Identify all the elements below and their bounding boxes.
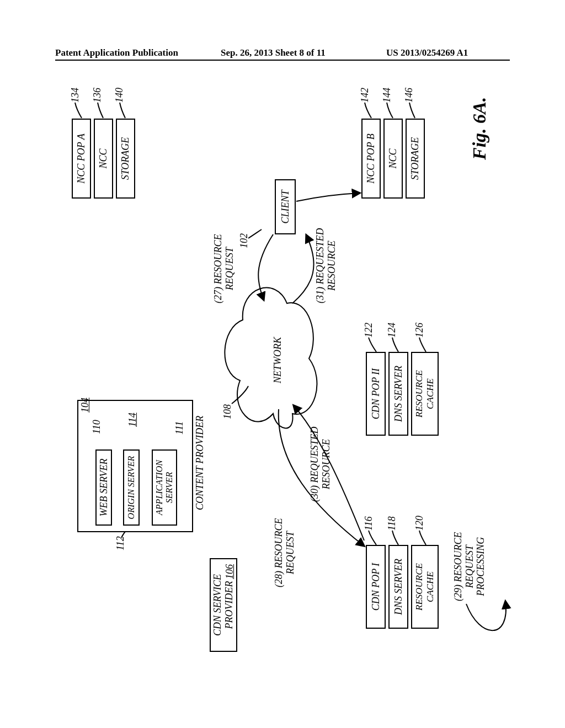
leader-108 — [232, 386, 248, 404]
app-server-box: APPLICATION SERVER — [152, 449, 177, 526]
app-server-label: APPLICATION SERVER — [154, 460, 174, 515]
ref-136: 136 — [92, 88, 103, 103]
header-center: Sep. 26, 2013 Sheet 8 of 11 — [221, 47, 326, 58]
cdn-pop-1-cache-box: RESOURCE CACHE — [411, 545, 439, 629]
cdn-pop-2-cache-box: RESOURCE CACHE — [411, 352, 439, 436]
cdn-pop-1-label: CDN POP I — [370, 563, 382, 611]
arrow-31 — [292, 235, 314, 303]
leader-122 — [369, 338, 376, 352]
leader-126 — [419, 338, 426, 352]
cdn-pop-2-label: CDN POP II — [370, 368, 382, 420]
origin-server-label: ORIGIN SERVER — [126, 456, 136, 520]
network-label: NETWORK — [272, 337, 284, 383]
leader-120 — [419, 531, 426, 545]
ref-116: 116 — [363, 516, 375, 531]
cdn-pop-1-box: CDN POP I — [366, 545, 386, 629]
ref-104: 104 — [79, 398, 91, 413]
leader-102 — [248, 229, 262, 238]
ncc-pop-a-label: NCC POP A — [76, 133, 87, 183]
ref-108: 108 — [222, 404, 233, 419]
leader-124 — [392, 338, 398, 352]
client-box: CLIENT — [275, 179, 296, 234]
ref-122: 122 — [363, 323, 375, 338]
ref-110: 110 — [91, 420, 103, 434]
ref-111: 111 — [174, 421, 185, 435]
arrow-27 — [258, 234, 273, 300]
flow-30-label: (30) REQUESTED RESOURCE — [309, 427, 332, 502]
web-server-label: WEB SERVER — [98, 458, 110, 516]
figure-area: 104 WEB SERVER 110 ORIGIN SERVER 112 114… — [55, 83, 510, 673]
cdn-service-provider-label: CDN SERVICE PROVIDER — [212, 574, 235, 636]
loop-29 — [466, 601, 506, 630]
ncc-a-storage-label: STORAGE — [120, 137, 131, 180]
leader-140 — [120, 103, 125, 118]
leader-136 — [98, 103, 103, 118]
ref-146: 146 — [403, 88, 415, 103]
flow-29-label: (29) RESOURCE REQUEST PROCESSING — [452, 532, 487, 601]
flow-27-label: (27) RESOURCE REQUEST — [212, 234, 235, 303]
header-left: Patent Application Publication — [55, 47, 178, 58]
client-label: CLIENT — [280, 190, 291, 223]
ref-120: 120 — [414, 516, 425, 531]
cdn-pop-1-dns-box: DNS SERVER — [388, 545, 408, 629]
flow-28-label: (28) RESOURCE REQUEST — [273, 518, 296, 587]
leader-142 — [365, 103, 371, 118]
web-server-box: WEB SERVER — [95, 449, 112, 526]
ref-142: 142 — [359, 88, 371, 103]
leader-118 — [392, 531, 398, 545]
ncc-b-storage-label: STORAGE — [409, 137, 421, 180]
figure-label: Fig. 6A. — [469, 97, 490, 160]
ncc-a-ncc-box: NCC — [94, 119, 113, 199]
page: Patent Application Publication Sep. 26, … — [0, 0, 565, 728]
ncc-pop-b-label: NCC POP B — [365, 133, 377, 184]
arrow-client-nccb — [296, 193, 360, 201]
leader-146 — [409, 103, 415, 118]
ncc-pop-a-box: NCC POP A — [72, 119, 91, 199]
ref-114: 114 — [127, 413, 138, 427]
ncc-a-storage-box: STORAGE — [116, 119, 135, 199]
leader-134 — [75, 103, 82, 118]
ncc-b-ncc-label: NCC — [387, 148, 399, 168]
ncc-b-storage-box: STORAGE — [406, 119, 425, 199]
cdn-pop-2-dns-label: DNS SERVER — [393, 366, 404, 422]
header-rule — [55, 60, 510, 61]
content-provider-label: CONTENT PROVIDER — [194, 416, 206, 510]
cdn-pop-1-dns-label: DNS SERVER — [393, 559, 404, 615]
ref-140: 140 — [114, 88, 125, 103]
ref-134: 134 — [70, 88, 81, 103]
cdn-pop-1-cache-label: RESOURCE CACHE — [414, 563, 436, 611]
ncc-b-ncc-box: NCC — [383, 119, 403, 199]
figure-canvas: 104 WEB SERVER 110 ORIGIN SERVER 112 114… — [55, 83, 510, 673]
ref-144: 144 — [381, 88, 393, 103]
ncc-a-ncc-label: NCC — [98, 148, 109, 168]
ref-126: 126 — [414, 323, 425, 338]
ncc-pop-b-box: NCC POP B — [361, 119, 381, 199]
ref-102: 102 — [238, 233, 250, 248]
ref-124: 124 — [386, 323, 398, 338]
cdn-pop-2-cache-label: RESOURCE CACHE — [414, 370, 436, 417]
network-cloud-icon — [225, 288, 317, 429]
leader-144 — [387, 103, 393, 118]
ref-106: 106 — [224, 564, 236, 579]
cdn-pop-2-box: CDN POP II — [366, 352, 386, 436]
cdn-pop-2-dns-box: DNS SERVER — [388, 352, 408, 436]
origin-server-box: ORIGIN SERVER — [123, 449, 140, 526]
ref-118: 118 — [386, 516, 398, 531]
leader-116 — [369, 531, 376, 545]
ref-112: 112 — [115, 536, 126, 550]
flow-31-label: (31) REQUESTED RESOURCE — [315, 228, 337, 303]
header-right: US 2013/0254269 A1 — [386, 47, 468, 58]
